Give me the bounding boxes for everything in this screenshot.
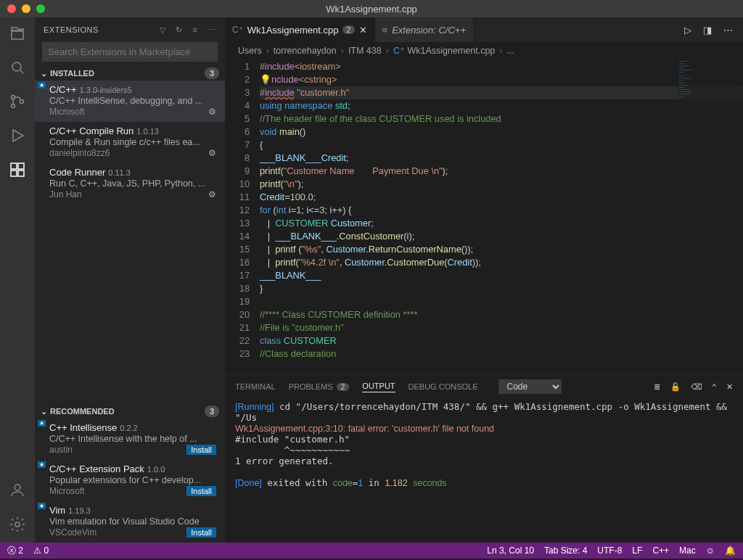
status-warnings[interactable]: ⚠ 0 — [33, 545, 49, 556]
source-control-icon[interactable] — [9, 93, 26, 112]
status-bar: ⓧ 2 ⚠ 0 Ln 3, Col 10 Tab Size: 4 UTF-8 L… — [0, 543, 743, 559]
panel-settings-icon[interactable]: ≣ — [654, 382, 660, 392]
panel-clear-icon[interactable]: ⌫ — [691, 382, 702, 392]
svg-rect-5 — [18, 163, 24, 169]
close-window[interactable] — [7, 4, 16, 13]
extension-item[interactable]: C/C++1.3.0-insiders5 C/C++ IntelliSense,… — [35, 81, 225, 122]
panel-lock-icon[interactable]: 🔓 — [670, 382, 681, 392]
clear-icon[interactable]: ≡ — [193, 25, 198, 34]
output-channel-select[interactable]: Code — [498, 379, 562, 394]
window-title: Wk1Assignement.cpp — [326, 4, 417, 15]
extensions-sidebar: EXTENSIONS ▽ ↻ ≡ ⋯ ⌄ INSTALLED 3 C/C++1.… — [35, 17, 225, 543]
status-os[interactable]: Mac — [679, 545, 696, 556]
chevron-down-icon: ⌄ — [41, 69, 47, 78]
more-icon[interactable]: ⋯ — [208, 25, 217, 35]
breadcrumb-item[interactable]: ITM 438 — [348, 46, 382, 56]
svg-point-0 — [12, 62, 21, 71]
maximize-window[interactable] — [36, 4, 45, 13]
recommended-section-header[interactable]: ⌄ RECOMMENDED 3 — [35, 404, 225, 419]
editor-area: C⁺ Wk1Assignement.cpp 2 ✕ ≡ Extension: C… — [225, 17, 743, 543]
breadcrumb-item[interactable]: C⁺ Wk1Assignement.cpp — [393, 45, 495, 56]
installed-section-header[interactable]: ⌄ INSTALLED 3 — [35, 66, 225, 81]
panel-close-icon[interactable]: ✕ — [726, 382, 733, 392]
breadcrumb-item[interactable]: ... — [506, 46, 514, 56]
extension-item[interactable]: C++ Intellisense0.2.2 C/C++ Intellisense… — [35, 419, 225, 460]
panel-tab-debug[interactable]: DEBUG CONSOLE — [409, 382, 478, 391]
cpp-file-icon: C⁺ — [232, 25, 243, 35]
breadcrumb-item[interactable]: torrencehaydon — [274, 46, 337, 56]
tab-extension[interactable]: ≡ Extension: C/C++ — [375, 17, 474, 42]
status-indent[interactable]: Tab Size: 4 — [544, 545, 587, 556]
extension-item[interactable]: Vim1.19.3 Vim emulation for Visual Studi… — [35, 501, 225, 543]
feedback-icon[interactable]: ☺ — [706, 545, 715, 556]
install-button[interactable]: Install — [186, 527, 216, 538]
breadcrumbs[interactable]: Users › torrencehaydon › ITM 438 › C⁺ Wk… — [225, 42, 743, 59]
extension-item[interactable]: Code Runner0.11.3 Run C, C++, Java, JS, … — [35, 163, 225, 205]
bottom-panel: TERMINAL PROBLEMS 2 OUTPUT DEBUG CONSOLE… — [225, 374, 743, 543]
panel-tab-terminal[interactable]: TERMINAL — [235, 382, 276, 391]
run-file-icon[interactable]: ▷ — [684, 25, 691, 36]
gear-icon[interactable]: ⚙ — [208, 189, 216, 199]
search-extensions-input[interactable] — [42, 42, 218, 62]
activity-bar — [0, 17, 35, 543]
close-tab-icon[interactable]: ✕ — [359, 25, 367, 36]
panel-tab-problems[interactable]: PROBLEMS 2 — [289, 382, 350, 391]
svg-rect-4 — [11, 163, 17, 169]
svg-point-8 — [15, 485, 20, 490]
titlebar: Wk1Assignement.cpp — [0, 0, 743, 17]
install-button[interactable]: Install — [186, 445, 216, 455]
minimize-window[interactable] — [22, 4, 30, 13]
editor-tabs: C⁺ Wk1Assignement.cpp 2 ✕ ≡ Extension: C… — [225, 17, 743, 42]
output-content[interactable]: [Running] cd "/Users/torrencehaydon/ITM … — [225, 398, 743, 543]
panel-tab-output[interactable]: OUTPUT — [362, 382, 395, 392]
split-editor-icon[interactable]: ◨ — [703, 25, 712, 36]
status-eol[interactable]: LF — [632, 545, 642, 556]
extensions-icon[interactable] — [9, 161, 26, 181]
tab-main-file[interactable]: C⁺ Wk1Assignement.cpp 2 ✕ — [225, 17, 375, 42]
search-icon[interactable] — [9, 59, 26, 78]
problems-badge: 2 — [342, 25, 354, 34]
extension-item[interactable]: C/C++ Extension Pack1.0.0 Popular extens… — [35, 460, 225, 501]
install-button[interactable]: Install — [186, 486, 216, 496]
status-encoding[interactable]: UTF-8 — [597, 545, 622, 556]
status-language[interactable]: C++ — [652, 545, 669, 556]
breadcrumb-item[interactable]: Users — [238, 46, 262, 56]
status-errors[interactable]: ⓧ 2 — [7, 545, 23, 557]
run-debug-icon[interactable] — [9, 127, 26, 147]
chevron-down-icon: ⌄ — [41, 407, 47, 416]
svg-rect-6 — [11, 170, 17, 176]
recommended-count-badge: 3 — [205, 405, 219, 417]
accounts-icon[interactable] — [9, 482, 26, 501]
refresh-icon[interactable]: ↻ — [176, 25, 183, 35]
window-controls — [7, 4, 45, 13]
explorer-icon[interactable] — [9, 25, 26, 44]
notifications-icon[interactable]: 🔔 — [725, 545, 736, 556]
gear-icon[interactable]: ⚙ — [208, 107, 216, 117]
svg-point-2 — [12, 104, 15, 108]
extension-tab-icon: ≡ — [382, 25, 388, 36]
svg-point-1 — [12, 96, 15, 99]
settings-gear-icon[interactable] — [9, 516, 26, 535]
filter-icon[interactable]: ▽ — [160, 25, 166, 35]
panel-maximize-icon[interactable]: ^ — [713, 382, 716, 392]
installed-count-badge: 3 — [205, 67, 219, 79]
extension-item[interactable]: C/C++ Compile Run1.0.13 Compile & Run si… — [35, 122, 225, 163]
status-cursor[interactable]: Ln 3, Col 10 — [487, 545, 534, 556]
svg-rect-7 — [18, 170, 24, 176]
svg-point-3 — [20, 100, 24, 104]
svg-point-9 — [15, 522, 20, 527]
sidebar-title: EXTENSIONS — [44, 25, 99, 34]
gear-icon[interactable]: ⚙ — [208, 148, 216, 158]
code-editor[interactable]: 1234567891011121314151617181920212223 #i… — [225, 59, 743, 374]
more-actions-icon[interactable]: ⋯ — [723, 25, 733, 36]
